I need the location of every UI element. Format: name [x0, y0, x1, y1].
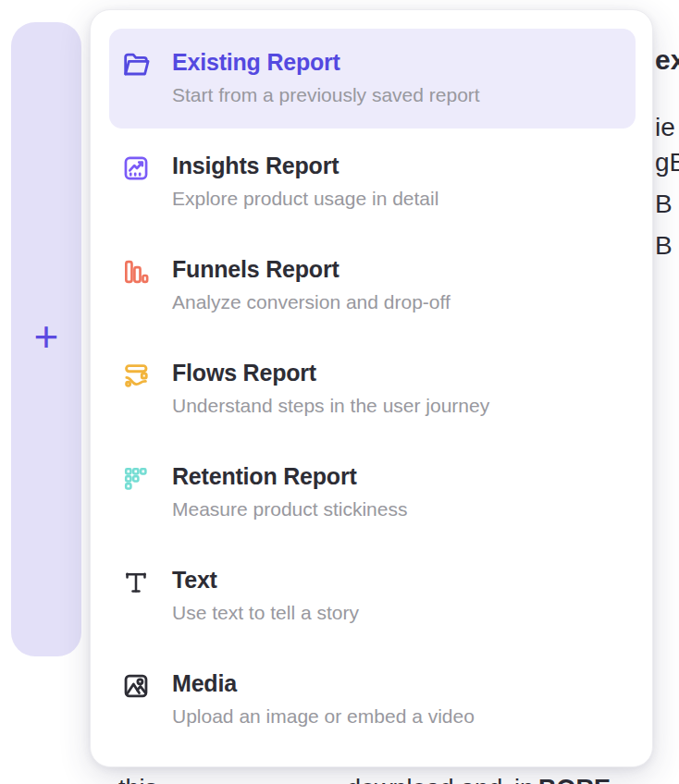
retention-grid-icon	[121, 464, 151, 494]
board-column: +	[11, 22, 81, 656]
bg-text-fragment: this	[118, 775, 157, 784]
menu-item-subtitle: Use text to tell a story	[172, 602, 359, 624]
bg-text-fragment: gB	[655, 148, 679, 178]
menu-item-funnels-report[interactable]: Funnels Report Analyze conversion and dr…	[109, 236, 636, 336]
bg-text-fragment: ex	[655, 44, 679, 76]
menu-item-retention-report[interactable]: Retention Report Measure product stickin…	[109, 443, 636, 543]
menu-item-subtitle: Upload an image or embed a video	[172, 705, 475, 728]
bg-text-fragment: BORE	[538, 775, 611, 784]
menu-item-flows-report[interactable]: Flows Report Understand steps in the use…	[109, 339, 636, 439]
menu-item-insights-report[interactable]: Insights Report Explore product usage in…	[109, 132, 636, 232]
menu-item-subtitle: Start from a previously saved report	[172, 84, 480, 106]
menu-item-existing-report[interactable]: Existing Report Start from a previously …	[109, 29, 636, 129]
text-icon	[121, 568, 151, 597]
menu-item-text[interactable]: Text Use text to tell a story	[109, 546, 636, 646]
bg-bottom-text-line: this download and in BORE	[0, 775, 679, 784]
add-button[interactable]: +	[11, 309, 81, 364]
menu-item-title: Insights Report	[172, 153, 438, 178]
funnel-bars-icon	[121, 257, 151, 287]
insights-chart-icon	[121, 153, 151, 183]
menu-item-subtitle: Explore product usage in detail	[172, 188, 438, 210]
menu-item-title: Text	[172, 567, 359, 593]
bg-text-fragment: in	[514, 775, 534, 784]
bg-text-fragment: B	[655, 231, 673, 261]
bg-text-fragment: download and	[347, 775, 502, 784]
menu-item-media[interactable]: Media Upload an image or embed a video	[109, 650, 636, 750]
menu-item-title: Media	[172, 670, 475, 696]
flows-icon	[121, 361, 151, 390]
folder-open-icon	[121, 50, 151, 80]
menu-item-title: Retention Report	[172, 463, 407, 489]
menu-item-subtitle: Understand steps in the user journey	[172, 395, 489, 417]
media-image-icon	[121, 671, 151, 701]
bg-text-fragment: ie	[655, 113, 675, 142]
menu-item-title: Existing Report	[172, 49, 480, 75]
menu-item-title: Flows Report	[172, 360, 489, 386]
menu-item-subtitle: Analyze conversion and drop-off	[172, 291, 451, 313]
menu-item-subtitle: Measure product stickiness	[172, 498, 407, 521]
bg-text-fragment: B	[655, 190, 673, 219]
add-report-menu: Existing Report Start from a previously …	[90, 9, 653, 767]
menu-item-title: Funnels Report	[172, 256, 451, 282]
